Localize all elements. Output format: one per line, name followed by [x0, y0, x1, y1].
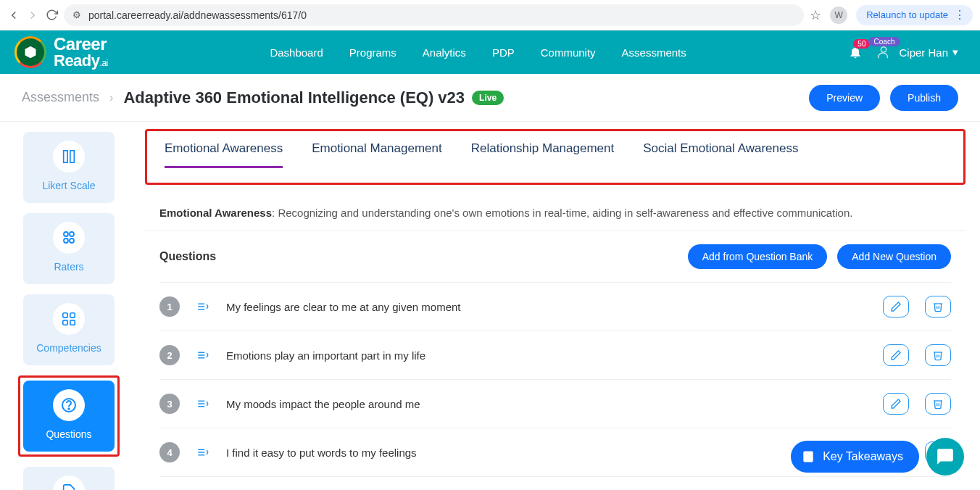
bookmark-icon[interactable]: ☆: [810, 7, 821, 23]
svg-point-4: [70, 232, 74, 236]
site-header: Career Ready.ai Dashboard Programs Analy…: [0, 30, 980, 74]
tab-social-emotional-awareness[interactable]: Social Emotional Awareness: [643, 141, 798, 168]
add-new-question-button[interactable]: Add New Question: [837, 244, 951, 269]
address-bar[interactable]: ⚙ portal.careerready.ai/addnewassessment…: [64, 4, 804, 26]
relaunch-button[interactable]: Relaunch to update ⋮: [856, 5, 973, 25]
nav-assessments[interactable]: Assessments: [622, 46, 686, 59]
svg-rect-2: [70, 151, 75, 163]
svg-point-3: [64, 232, 68, 236]
sidebar-item-questions[interactable]: Questions: [23, 381, 115, 452]
questions-icon: [53, 389, 85, 421]
chevron-down-icon: ▾: [952, 46, 958, 59]
question-row: 1My feelings are clear to me at any give…: [159, 282, 951, 331]
edit-question-button[interactable]: [883, 344, 909, 366]
sidebar-item-publish[interactable]: Publish: [23, 467, 115, 490]
competency-description: Emotional Awareness: Recognizing and und…: [145, 195, 966, 231]
edit-question-button[interactable]: [883, 296, 909, 317]
site-settings-icon[interactable]: ⚙: [72, 9, 81, 20]
publish-button[interactable]: Publish: [890, 85, 958, 111]
logo-icon: [14, 36, 46, 68]
nav-pdp[interactable]: PDP: [492, 46, 515, 59]
question-row: 5My moods are easily affected by externa…: [159, 476, 951, 490]
drag-handle-icon[interactable]: [196, 349, 210, 362]
tab-emotional-management[interactable]: Emotional Management: [312, 141, 442, 168]
chat-icon: [936, 447, 955, 466]
question-text: Emotions play an important part in my li…: [226, 349, 867, 362]
status-badge: Live: [472, 91, 504, 105]
tab-relationship-management[interactable]: Relationship Management: [471, 141, 615, 168]
svg-rect-8: [70, 313, 75, 317]
question-number: 1: [159, 296, 180, 317]
nav-programs[interactable]: Programs: [349, 46, 396, 59]
question-text: My moods impact the people around me: [226, 398, 867, 410]
profile-avatar[interactable]: W: [830, 7, 847, 24]
sidebar-item-raters[interactable]: Raters: [23, 213, 115, 284]
steps-sidebar: Likert Scale Raters Competencies Questio…: [0, 122, 138, 490]
svg-point-5: [64, 238, 68, 243]
user-icon: [876, 44, 892, 60]
sidebar-item-likert[interactable]: Likert Scale: [23, 132, 115, 203]
primary-nav: Dashboard Programs Analytics PDP Communi…: [270, 46, 686, 59]
raters-icon: [53, 222, 85, 254]
svg-point-6: [70, 238, 74, 243]
sidebar-item-competencies[interactable]: Competencies: [23, 294, 115, 365]
preview-button[interactable]: Preview: [809, 85, 880, 111]
svg-rect-9: [63, 320, 67, 325]
edit-question-button[interactable]: [883, 393, 909, 415]
tab-emotional-awareness[interactable]: Emotional Awareness: [165, 141, 283, 168]
breadcrumb[interactable]: Assessments: [22, 90, 99, 105]
question-number: 3: [159, 394, 180, 414]
key-takeaways-button[interactable]: Key Takeaways: [791, 441, 919, 473]
forward-icon[interactable]: [26, 9, 39, 22]
drag-handle-icon[interactable]: [196, 300, 210, 313]
back-icon[interactable]: [7, 9, 20, 22]
likert-icon: [53, 141, 85, 173]
note-icon: [801, 449, 815, 464]
kebab-icon[interactable]: ⋮: [954, 9, 966, 21]
url-text: portal.careerready.ai/addnewassessments/…: [88, 9, 307, 21]
svg-point-12: [68, 408, 70, 410]
svg-rect-28: [803, 452, 813, 462]
question-number: 4: [159, 442, 180, 462]
delete-question-button[interactable]: [925, 393, 951, 415]
questions-heading: Questions: [159, 250, 216, 263]
question-row: 3My moods impact the people around me: [159, 379, 951, 428]
main-content: Emotional Awareness Emotional Management…: [138, 122, 980, 490]
page-header: Assessments › Adaptive 360 Emotional Int…: [0, 74, 980, 122]
question-text: My feelings are clear to me at any given…: [226, 301, 867, 313]
notifications-button[interactable]: 50: [848, 45, 863, 59]
svg-rect-10: [70, 320, 75, 325]
chevron-right-icon: ›: [109, 91, 113, 104]
drag-handle-icon[interactable]: [196, 446, 210, 459]
chat-fab[interactable]: [926, 438, 964, 476]
reload-icon[interactable]: [45, 9, 58, 22]
question-number: 2: [159, 345, 180, 365]
brand-logo[interactable]: Career Ready.ai: [14, 36, 108, 69]
page-title: Adaptive 360 Emotional Intelligence (EQ)…: [123, 88, 465, 107]
svg-rect-1: [64, 151, 68, 163]
browser-chrome: ⚙ portal.careerready.ai/addnewassessment…: [0, 0, 980, 30]
publish-icon: [53, 476, 85, 490]
role-badge: Coach: [868, 37, 901, 46]
user-profile-menu[interactable]: Coach Ciper Han▾: [876, 44, 958, 60]
nav-community[interactable]: Community: [541, 46, 596, 59]
notif-count-badge: 50: [853, 39, 870, 49]
add-from-bank-button[interactable]: Add from Question Bank: [688, 244, 828, 269]
question-row: 2Emotions play an important part in my l…: [159, 331, 951, 379]
drag-handle-icon[interactable]: [196, 397, 210, 410]
competencies-icon: [53, 303, 85, 335]
delete-question-button[interactable]: [925, 344, 951, 366]
competency-tabs-highlight: Emotional Awareness Emotional Management…: [145, 129, 966, 185]
nav-dashboard[interactable]: Dashboard: [270, 46, 323, 59]
nav-analytics[interactable]: Analytics: [423, 46, 466, 59]
svg-point-0: [881, 47, 886, 52]
svg-rect-7: [63, 313, 67, 317]
question-text: I find it easy to put words to my feelin…: [226, 447, 867, 459]
delete-question-button[interactable]: [925, 296, 951, 317]
